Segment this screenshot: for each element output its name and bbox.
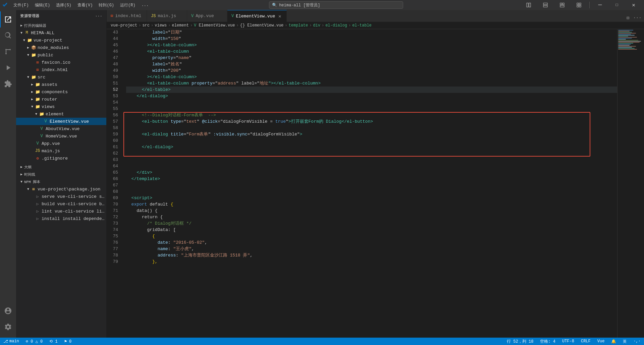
tab-app-vue[interactable]: V App.vue bbox=[187, 10, 227, 22]
sidebar-item-package-json[interactable]: ▼ ⊞ vue-project\package.json bbox=[16, 185, 106, 193]
menu-run[interactable]: 运行(R) bbox=[117, 1, 138, 9]
breadcrumb-div[interactable]: div bbox=[313, 23, 320, 28]
sidebar-item-assets[interactable]: ▶ 📁 assets bbox=[16, 81, 106, 88]
ime-item[interactable]: 英 bbox=[621, 338, 629, 345]
warnings-item[interactable]: ⚑ 0 bbox=[62, 338, 74, 345]
npm-header[interactable]: ▼ NPM 脚本 bbox=[16, 178, 106, 185]
code-line-67 bbox=[126, 182, 617, 188]
line-ending-item[interactable]: CRLF bbox=[579, 338, 593, 345]
tab-elementview[interactable]: V ElementView.vue ✕ bbox=[227, 10, 287, 22]
vue-project-arrow: ▼ bbox=[21, 38, 27, 43]
activity-source-control[interactable] bbox=[0, 44, 16, 60]
maximize-button[interactable]: □ bbox=[609, 0, 625, 10]
breadcrumb-views[interactable]: views bbox=[155, 23, 167, 28]
minimize-button[interactable]: ─ bbox=[592, 0, 608, 10]
layout-toggle-3[interactable] bbox=[554, 0, 570, 10]
sidebar-item-favicon[interactable]: ▶ ⊞ favicon.ico bbox=[16, 59, 106, 66]
sidebar-item-app-vue[interactable]: ▶ V App.vue bbox=[16, 140, 106, 147]
node-modules-label: node_modules bbox=[38, 45, 69, 50]
sidebar-item-vue-project[interactable]: ▼ 📁 vue-project bbox=[16, 37, 106, 44]
activity-extensions[interactable] bbox=[0, 76, 16, 92]
sidebar-item-install[interactable]: ▶ ▷ install install dependenci... bbox=[16, 215, 106, 222]
line-number-51: 51 bbox=[107, 80, 121, 87]
encoding-item[interactable]: UTF-8 bbox=[560, 338, 576, 345]
code-line-69: <script> bbox=[126, 195, 617, 201]
views-label: views bbox=[42, 104, 55, 109]
sidebar-item-src[interactable]: ▼ 📁 src bbox=[16, 73, 106, 81]
activity-account[interactable] bbox=[0, 303, 16, 319]
sidebar: 资源管理器 ··· ▶ 打开的编辑器 ▼ M HEIMA-ALL ▼ 📁 vue… bbox=[16, 10, 107, 338]
breadcrumb-vue-project[interactable]: vue-project bbox=[111, 23, 137, 28]
breadcrumb-src[interactable]: src bbox=[142, 23, 150, 28]
node-modules-arrow: ▶ bbox=[25, 45, 31, 50]
breadcrumb-template[interactable]: template bbox=[289, 23, 308, 28]
sidebar-item-homeview[interactable]: ▶ V HomeView.vue bbox=[16, 132, 106, 140]
sidebar-item-elementview[interactable]: ▶ V ElementView.vue bbox=[16, 118, 106, 125]
menu-bar: 文件(F) 编辑(E) 选择(S) 查看(V) 转到(G) 运行(R) ... bbox=[11, 1, 151, 9]
breadcrumb-element[interactable]: element bbox=[172, 23, 189, 28]
layout-toggle-2[interactable] bbox=[538, 0, 553, 10]
breadcrumb-elementview-file[interactable]: V ElementView.vue bbox=[194, 23, 235, 28]
git-branch-label: main bbox=[9, 339, 19, 344]
project-root[interactable]: ▼ M HEIMA-ALL bbox=[16, 29, 106, 37]
open-editors-header[interactable]: ▶ 打开的编辑器 bbox=[16, 22, 106, 29]
layout-toggle-1[interactable] bbox=[521, 0, 536, 10]
breadcrumb-el-table[interactable]: el-table bbox=[352, 23, 372, 28]
code-line-71: data() { bbox=[126, 208, 617, 214]
close-button[interactable]: ✕ bbox=[626, 0, 641, 10]
position-item[interactable]: 行 52，列 18 bbox=[505, 338, 535, 345]
breadcrumb-elementview-symbol[interactable]: {} ElementView.vue bbox=[240, 23, 284, 28]
sidebar-item-index-html[interactable]: ▶ ⊞ index.html bbox=[16, 66, 106, 73]
outline-header[interactable]: ▶ 大纲 bbox=[16, 163, 106, 171]
sync-item[interactable]: ⟲ 1 bbox=[47, 338, 59, 345]
menu-edit[interactable]: 编辑(E) bbox=[32, 1, 53, 9]
layout-toggle-4[interactable] bbox=[571, 0, 587, 10]
lint-label: lint vue-cli-service lint bbox=[42, 209, 106, 214]
sidebar-item-element[interactable]: ▼ 📁 element bbox=[16, 110, 106, 118]
tab-elementview-close[interactable]: ✕ bbox=[277, 13, 282, 19]
menu-selection[interactable]: 选择(S) bbox=[53, 1, 74, 9]
sidebar-item-public[interactable]: ▼ 📁 public bbox=[16, 51, 106, 59]
breadcrumb: vue-project › src › views › element › V … bbox=[107, 22, 644, 29]
sidebar-more-btn[interactable]: ··· bbox=[95, 14, 102, 18]
line-number-48: 48 bbox=[107, 61, 121, 67]
sidebar-item-build[interactable]: ▶ ▷ build vue-cli-service build bbox=[16, 200, 106, 208]
sidebar-item-main-js[interactable]: ▶ JS main.js bbox=[16, 147, 106, 155]
sidebar-item-router[interactable]: ▶ 📁 router bbox=[16, 96, 106, 103]
spaces-label: 空格: 4 bbox=[540, 339, 555, 344]
timeline-header[interactable]: ▶ 时间线 bbox=[16, 171, 106, 178]
activity-settings[interactable] bbox=[0, 319, 16, 335]
extra-status[interactable]: ·,· bbox=[631, 338, 643, 345]
git-branch-item[interactable]: ⎇ main bbox=[1, 338, 21, 345]
sidebar-item-components[interactable]: ▶ 📁 components bbox=[16, 88, 106, 96]
sidebar-item-node-modules[interactable]: ▶ 📦 node_modules bbox=[16, 44, 106, 51]
activity-search[interactable] bbox=[0, 27, 16, 44]
menu-view[interactable]: 查看(V) bbox=[75, 1, 96, 9]
activity-explorer[interactable] bbox=[0, 11, 16, 27]
search-box[interactable]: 🔍 heima-all [管理员] bbox=[269, 1, 403, 9]
svg-rect-6 bbox=[560, 5, 564, 7]
code-area[interactable]: label="日期" width="150" ></el-table-colum… bbox=[123, 29, 617, 338]
menu-file[interactable]: 文件(F) bbox=[11, 1, 32, 9]
timeline-arrow: ▶ bbox=[19, 172, 24, 177]
spaces-item[interactable]: 空格: 4 bbox=[538, 338, 557, 345]
sidebar-item-aboutview[interactable]: ▶ V AboutView.vue bbox=[16, 125, 106, 132]
notification-item[interactable]: 🔔 bbox=[609, 338, 618, 345]
more-actions-btn[interactable]: ··· bbox=[633, 14, 641, 22]
breadcrumb-el-dialog[interactable]: el-dialog bbox=[325, 23, 347, 28]
sidebar-item-views[interactable]: ▼ 📁 views bbox=[16, 103, 106, 110]
errors-item[interactable]: ⊘ 0 △ 0 bbox=[24, 338, 45, 345]
menu-goto[interactable]: 转到(G) bbox=[96, 1, 117, 9]
public-label: public bbox=[38, 53, 53, 58]
line-ending-label: CRLF bbox=[581, 339, 591, 344]
activity-run[interactable] bbox=[0, 60, 16, 76]
language-item[interactable]: Vue bbox=[595, 338, 607, 345]
tab-index-html[interactable]: ⊞ index.html bbox=[107, 10, 147, 22]
sidebar-item-gitignore[interactable]: ▶ ⚙ .gitignore bbox=[16, 155, 106, 162]
split-editor-btn[interactable]: ⊟ bbox=[624, 14, 632, 22]
line-number-52: 52 bbox=[107, 87, 121, 93]
sidebar-item-serve[interactable]: ▶ ▷ serve vue-cli-service serve bbox=[16, 193, 106, 200]
sidebar-item-lint[interactable]: ▶ ▷ lint vue-cli-service lint bbox=[16, 208, 106, 215]
menu-more[interactable]: ... bbox=[139, 1, 152, 9]
tab-main-js[interactable]: JS main.js bbox=[147, 10, 187, 22]
